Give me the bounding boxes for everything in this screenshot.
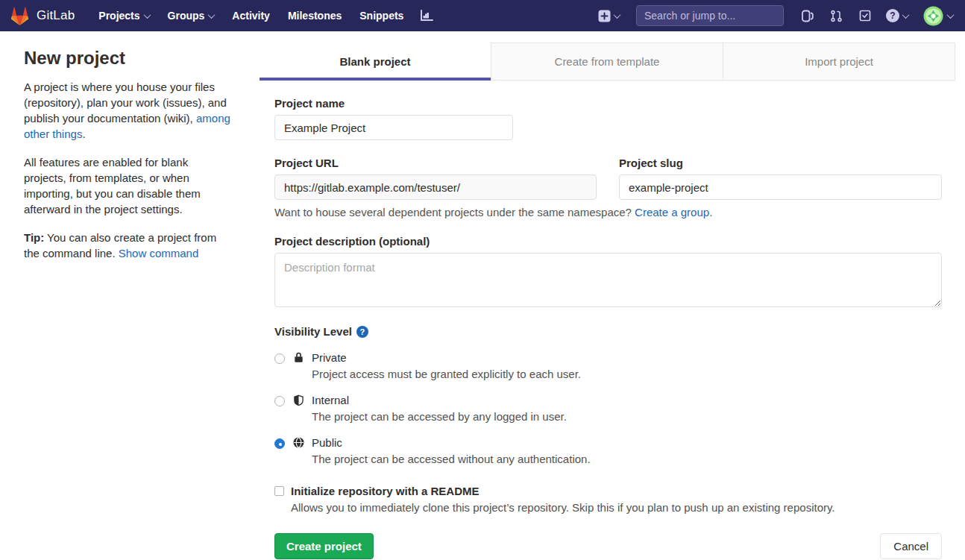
private-label: Private xyxy=(312,351,581,364)
tab-create-from-template[interactable]: Create from template xyxy=(491,43,723,80)
lock-icon xyxy=(293,352,304,363)
readme-option[interactable]: Initialize repository with a README Allo… xyxy=(274,485,942,514)
globe-icon xyxy=(293,437,304,448)
plus-square-icon xyxy=(598,10,611,22)
url-slug-row: Project URL Project slug xyxy=(274,157,942,200)
page-title: New project xyxy=(24,48,233,69)
intro-paragraph-2: All features are enabled for blank proje… xyxy=(24,154,233,217)
tab-blank-project[interactable]: Blank project xyxy=(260,43,491,80)
visibility-section: Visibility Level ? Private Project acces… xyxy=(274,325,942,465)
chevron-down-icon xyxy=(902,11,910,19)
chevron-down-icon xyxy=(208,11,216,19)
nav-projects[interactable]: Projects xyxy=(91,5,157,26)
nav-snippets[interactable]: Snippets xyxy=(352,5,411,26)
tanuki-icon xyxy=(10,7,29,25)
chevron-down-icon xyxy=(143,11,151,19)
project-url-label: Project URL xyxy=(274,157,597,169)
private-description: Project access must be granted explicitl… xyxy=(312,368,581,380)
visibility-option-internal[interactable]: Internal The project can be accessed by … xyxy=(274,394,942,423)
project-name-label: Project name xyxy=(274,97,942,110)
project-description-label: Project description (optional) xyxy=(274,235,942,248)
brand-name: GitLab xyxy=(37,8,75,23)
merge-request-icon xyxy=(830,10,843,22)
description-group: Project description (optional) xyxy=(274,235,942,310)
internal-label: Internal xyxy=(312,394,567,406)
gitlab-logo[interactable]: GitLab xyxy=(10,7,75,25)
namespace-hint: Want to house several dependent projects… xyxy=(274,206,942,218)
readme-checkbox[interactable] xyxy=(274,486,284,496)
create-project-button[interactable]: Create project xyxy=(274,533,374,559)
visibility-level-label: Visibility Level ? xyxy=(274,325,942,338)
nav-groups[interactable]: Groups xyxy=(160,5,222,26)
avatar xyxy=(923,6,943,26)
tip-paragraph: Tip: You can also create a project from … xyxy=(24,230,233,261)
active-tab-indicator xyxy=(260,78,491,81)
form-actions: Create project Cancel xyxy=(274,533,942,559)
project-description-input[interactable] xyxy=(274,253,942,307)
project-name-input[interactable] xyxy=(274,115,513,140)
search-input[interactable] xyxy=(644,10,779,22)
project-url-input[interactable] xyxy=(274,174,597,200)
cancel-button[interactable]: Cancel xyxy=(880,533,942,559)
public-radio[interactable] xyxy=(274,438,285,449)
readme-label: Initialize repository with a README xyxy=(291,485,835,497)
blank-project-form: Project name Project URL Project slug Wa… xyxy=(260,81,955,560)
new-project-panel: Blank project Create from template Impor… xyxy=(260,31,965,560)
public-description: The project can be accessed without any … xyxy=(312,453,591,465)
analytics-chart-button[interactable] xyxy=(414,7,439,25)
internal-radio[interactable] xyxy=(274,396,285,406)
intro-paragraph-1: A project is where you house your files … xyxy=(24,79,233,142)
top-navbar: GitLab Projects Groups Activity Mileston… xyxy=(0,0,965,31)
visibility-option-private[interactable]: Private Project access must be granted e… xyxy=(274,351,942,380)
page-body: New project A project is where you house… xyxy=(0,31,965,560)
internal-description: The project can be accessed by any logge… xyxy=(312,410,567,423)
visibility-option-public[interactable]: Public The project can be accessed witho… xyxy=(274,436,942,465)
nav-milestones[interactable]: Milestones xyxy=(280,5,349,26)
show-command-link[interactable]: Show command xyxy=(119,247,199,259)
issues-button[interactable] xyxy=(796,7,820,25)
chart-icon xyxy=(420,10,433,22)
readme-description: Allows you to immediately clone this pro… xyxy=(291,501,835,514)
nav-activity[interactable]: Activity xyxy=(224,5,277,26)
issues-icon xyxy=(802,10,814,22)
primary-nav: Projects Groups Activity Milestones Snip… xyxy=(91,5,439,26)
create-a-group-link[interactable]: Create a group xyxy=(635,206,709,218)
chevron-down-icon xyxy=(947,11,955,19)
visibility-help-icon[interactable]: ? xyxy=(356,326,368,338)
todos-button[interactable] xyxy=(853,7,877,25)
chevron-down-icon xyxy=(614,11,621,19)
user-menu-button[interactable] xyxy=(917,4,953,28)
project-type-tabs: Blank project Create from template Impor… xyxy=(260,43,955,81)
todos-icon xyxy=(859,10,871,22)
global-search[interactable] xyxy=(636,5,784,26)
navbar-right: ? xyxy=(594,4,953,28)
public-label: Public xyxy=(312,436,591,449)
project-slug-input[interactable] xyxy=(619,174,942,200)
help-menu-button[interactable]: ? xyxy=(881,6,913,25)
new-menu-button[interactable] xyxy=(594,7,624,25)
tab-import-project[interactable]: Import project xyxy=(723,43,955,80)
private-radio[interactable] xyxy=(274,353,285,364)
project-slug-label: Project slug xyxy=(619,157,942,169)
help-icon: ? xyxy=(886,9,899,22)
shield-icon xyxy=(293,394,304,406)
intro-sidebar: New project A project is where you house… xyxy=(0,31,260,274)
merge-requests-button[interactable] xyxy=(824,7,849,25)
